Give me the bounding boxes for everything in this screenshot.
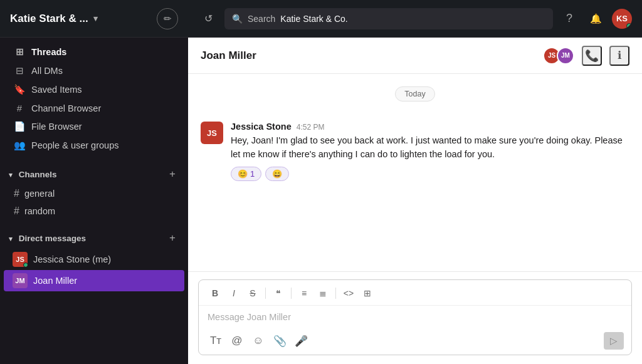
message-item: JS Jessica Stone 4:52 PM Hey, Joan! I'm … xyxy=(188,114,642,189)
attach-button[interactable]: 📎 xyxy=(270,332,289,350)
chat-input-area: B I S ❝ ≡ xyxy=(188,271,642,364)
user-avatar-button[interactable]: KS xyxy=(612,9,632,29)
channels-section: ▾ Channels + # general # random xyxy=(0,160,188,224)
message-reactions: 😊 1 😄 xyxy=(231,167,629,181)
sidebar-item-people-groups[interactable]: 👥 People & user groups xyxy=(4,136,184,155)
dm-item-joan-miller[interactable]: JM Joan Miller xyxy=(4,270,184,291)
date-divider: Today xyxy=(198,86,632,101)
hash-icon: # xyxy=(14,188,19,199)
chat-header-actions: JS JM 📞 ℹ xyxy=(543,46,629,66)
dm-name-label: Joan Miller xyxy=(33,276,77,286)
channels-section-header[interactable]: ▾ Channels + xyxy=(0,164,188,185)
toolbar-separator xyxy=(291,288,292,299)
app-container: Katie Stark & ... ▾ ✏ ⊞ Threads ⊟ All DM… xyxy=(0,0,642,364)
sidebar-nav: ⊞ Threads ⊟ All DMs 🔖 Saved Items # Chan… xyxy=(0,38,188,160)
strikethrough-icon: S xyxy=(250,288,255,298)
send-button[interactable]: ▷ xyxy=(604,332,624,350)
format-text-button[interactable]: Tт xyxy=(206,332,225,350)
dm-name-label: Jessica Stone (me) xyxy=(33,254,111,264)
threads-icon: ⊞ xyxy=(14,46,25,58)
search-workspace-label: Katie Stark & Co. xyxy=(280,14,347,24)
dm-section-toggle: ▾ Direct messages xyxy=(9,234,86,243)
reaction-smile[interactable]: 😊 1 xyxy=(231,167,261,181)
bell-icon: 🔔 xyxy=(590,13,602,24)
sidebar-item-threads[interactable]: ⊞ Threads xyxy=(4,43,184,61)
ordered-list-button[interactable]: ≣ xyxy=(314,285,332,301)
sidebar-item-label: Threads xyxy=(31,47,66,57)
sidebar-channel-general[interactable]: # general xyxy=(4,185,184,202)
italic-icon: I xyxy=(233,288,235,298)
input-bottom-left-actions: Tт @ ☺ 📎 🎤 xyxy=(206,332,310,350)
add-dm-button[interactable]: + xyxy=(166,231,179,245)
saved-items-icon: 🔖 xyxy=(14,84,25,95)
bold-icon: B xyxy=(212,288,218,298)
message-header: Jessica Stone 4:52 PM xyxy=(231,122,629,132)
toolbar-separator xyxy=(335,288,336,299)
voice-message-button[interactable]: 🎤 xyxy=(292,332,310,350)
workspace-name-label: Katie Stark & ... xyxy=(10,13,88,25)
strikethrough-button[interactable]: S xyxy=(244,285,261,301)
avatar-joan: JM xyxy=(13,273,28,288)
history-icon: ↺ xyxy=(204,13,213,24)
sidebar-item-label: Channel Browser xyxy=(31,103,101,113)
toolbar-separator xyxy=(265,288,266,299)
channels-section-label: Channels xyxy=(19,170,57,179)
channel-name-label: general xyxy=(24,189,55,199)
search-box[interactable]: 🔍 Search Katie Stark & Co. xyxy=(224,8,553,29)
chevron-down-icon: ▾ xyxy=(9,235,13,242)
format-text-icon: Tт xyxy=(210,335,221,347)
main-panel: ↺ 🔍 Search Katie Stark & Co. ? 🔔 KS xyxy=(188,0,642,364)
reaction-count: 1 xyxy=(250,169,255,179)
italic-button[interactable]: I xyxy=(225,285,243,301)
notifications-button[interactable]: 🔔 xyxy=(586,9,606,29)
help-button[interactable]: ? xyxy=(559,9,579,29)
message-timestamp: 4:52 PM xyxy=(297,123,325,132)
message-author-name: Jessica Stone xyxy=(231,122,292,132)
history-button[interactable]: ↺ xyxy=(198,9,218,29)
at-icon: @ xyxy=(231,335,242,347)
sidebar-item-label: All DMs xyxy=(31,66,63,76)
question-mark-icon: ? xyxy=(566,12,572,25)
message-input-field[interactable]: Message Joan Miller xyxy=(199,306,631,328)
reaction-grinning[interactable]: 😄 xyxy=(265,167,289,181)
direct-messages-section-header[interactable]: ▾ Direct messages + xyxy=(0,227,188,249)
sidebar-channel-random[interactable]: # random xyxy=(4,202,184,220)
sidebar-item-saved-items[interactable]: 🔖 Saved Items xyxy=(4,80,184,99)
smile-emoji: 😊 xyxy=(238,169,248,179)
sidebar-item-file-browser[interactable]: 📄 File Browser xyxy=(4,117,184,136)
send-icon: ▷ xyxy=(610,335,618,346)
phone-icon: 📞 xyxy=(585,49,599,63)
chevron-down-icon: ▾ xyxy=(93,14,98,23)
online-indicator xyxy=(23,263,28,267)
all-dms-icon: ⊟ xyxy=(14,65,25,76)
search-icon: 🔍 xyxy=(232,14,243,24)
code-block-button[interactable]: ⊞ xyxy=(359,285,376,301)
bullet-list-button[interactable]: ≡ xyxy=(295,285,313,301)
mention-button[interactable]: @ xyxy=(228,332,246,350)
dm-item-jessica-stone[interactable]: JS Jessica Stone (me) xyxy=(4,249,184,270)
emoji-icon: ☺ xyxy=(253,335,263,347)
bullet-list-icon: ≡ xyxy=(302,288,307,298)
bold-button[interactable]: B xyxy=(206,285,224,301)
topbar-actions: ? 🔔 KS xyxy=(559,9,632,29)
avatar-jessica: JS xyxy=(13,252,28,267)
channel-browser-icon: # xyxy=(14,103,25,113)
scrollbar[interactable] xyxy=(637,74,642,271)
emoji-button[interactable]: ☺ xyxy=(249,332,268,350)
code-block-icon: ⊞ xyxy=(364,288,371,298)
quote-icon: ❝ xyxy=(276,288,281,298)
blockquote-button[interactable]: ❝ xyxy=(270,285,287,301)
sidebar-item-all-dms[interactable]: ⊟ All DMs xyxy=(4,61,184,80)
phone-call-button[interactable]: 📞 xyxy=(582,46,602,66)
add-channel-button[interactable]: + xyxy=(166,167,179,181)
input-placeholder: Message Joan Miller xyxy=(208,312,291,322)
compose-button[interactable]: ✏ xyxy=(157,8,178,29)
input-bottom-toolbar: Tт @ ☺ 📎 🎤 xyxy=(199,328,631,355)
microphone-icon: 🎤 xyxy=(295,335,308,348)
sidebar-item-channel-browser[interactable]: # Channel Browser xyxy=(4,99,184,117)
sidebar-item-label: People & user groups xyxy=(31,140,118,150)
info-button[interactable]: ℹ xyxy=(609,46,629,66)
online-status-indicator xyxy=(626,23,632,29)
inline-code-button[interactable]: <> xyxy=(340,285,357,301)
workspace-title[interactable]: Katie Stark & ... ▾ xyxy=(10,13,98,25)
